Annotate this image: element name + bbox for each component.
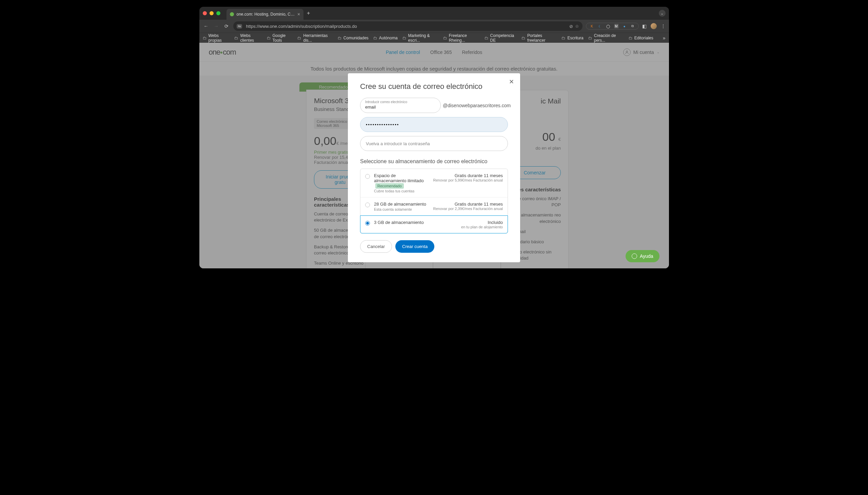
extension-icon[interactable]: M <box>614 24 619 29</box>
minimize-window-button[interactable] <box>210 11 214 15</box>
bookmark-folder[interactable]: 🗀Comunidades <box>338 36 369 40</box>
bookmark-folder[interactable]: 🗀Escritura <box>562 36 583 40</box>
option-subtitle: Esta cuenta solamente <box>374 207 429 211</box>
storage-option-unlimited[interactable]: Espacio de almacenamiento ilimitado Reco… <box>360 169 508 198</box>
browser-window: one.com: Hosting, Dominio, C… × + ⌄ ← → … <box>199 7 669 268</box>
radio-button[interactable] <box>365 174 370 179</box>
back-button[interactable]: ← <box>203 23 210 29</box>
site-info-icon[interactable]: ⇆ <box>237 24 242 29</box>
option-price: Gratis durante 11 meses <box>433 173 503 178</box>
password-confirm-input[interactable] <box>366 141 502 146</box>
option-price: Gratis durante 11 meses <box>433 202 503 207</box>
bookmark-folder[interactable]: 🗀Google Tools <box>267 33 293 43</box>
new-tab-button[interactable]: + <box>303 10 313 16</box>
recommended-pill: Recomendado <box>375 183 404 189</box>
chrome-menu-icon[interactable]: ⋮ <box>661 23 666 29</box>
option-price-sub: Renovar por 5,99€/mes Facturación anual <box>433 178 503 182</box>
radio-button[interactable] <box>365 221 370 226</box>
forward-button[interactable]: → <box>213 23 220 29</box>
extension-icon[interactable]: ☾ <box>598 24 603 29</box>
close-window-button[interactable] <box>203 11 207 15</box>
extension-icon[interactable]: K <box>590 24 595 29</box>
tab-bar: one.com: Hosting, Dominio, C… × + ⌄ <box>199 7 669 20</box>
traffic-lights <box>203 11 220 15</box>
bookmarks-overflow[interactable]: » <box>663 35 666 41</box>
bookmark-folder[interactable]: 🗀Webs propias <box>203 33 230 43</box>
extension-icon[interactable]: ● <box>622 24 627 29</box>
toolbar-icons: ◧ ⋮ <box>642 23 666 29</box>
password-confirm-wrapper[interactable] <box>360 136 508 151</box>
tab-dropdown-button[interactable]: ⌄ <box>659 10 666 17</box>
url-text: https://www.one.com/admin/subscription/m… <box>246 24 567 29</box>
help-label: Ayuda <box>640 253 653 259</box>
chat-icon <box>632 253 637 259</box>
cancel-button[interactable]: Cancelar <box>360 240 392 253</box>
close-tab-icon[interactable]: × <box>297 12 300 17</box>
bookmark-folder[interactable]: 🗀Marketing & escri... <box>403 33 438 43</box>
option-subtitle: Cubre todas tus cuentas <box>374 189 429 193</box>
extensions-group: K ☾ ◯ M ● ⧉ <box>586 23 639 30</box>
create-account-button[interactable]: Crear cuenta <box>395 240 434 253</box>
bookmark-folder[interactable]: 🗀Creación de pers... <box>588 33 624 43</box>
bookmark-folder[interactable]: 🗀Competencia DE <box>484 33 517 43</box>
close-modal-button[interactable]: ✕ <box>509 78 514 85</box>
email-label: Introducir correo electrónico <box>365 100 436 104</box>
extension-icon[interactable]: ⧉ <box>630 24 635 29</box>
storage-option-3gb[interactable]: 3 GB de almacenamiento Incluido en tu pl… <box>360 216 508 234</box>
email-input-wrapper[interactable]: Introducir correo electrónico <box>360 98 441 113</box>
modal-title: Cree su cuenta de correo electrónico <box>360 82 508 91</box>
key-icon[interactable]: ⊘ <box>569 24 573 29</box>
storage-options: Espacio de almacenamiento ilimitado Reco… <box>360 169 508 234</box>
bookmark-folder[interactable]: 🗀Editoriales <box>628 36 653 40</box>
url-bar: ← → ⟳ ⇆ https://www.one.com/admin/subscr… <box>199 20 669 33</box>
modal-actions: Cancelar Crear cuenta <box>360 240 508 253</box>
side-panel-icon[interactable]: ◧ <box>642 23 646 29</box>
reload-button[interactable]: ⟳ <box>223 23 230 29</box>
favicon <box>230 12 234 16</box>
bookmark-folder[interactable]: 🗀Portales freelancer <box>521 33 557 43</box>
password-input-wrapper[interactable] <box>360 117 508 132</box>
option-price-sub: Renovar por 2,39€/mes Facturación anual <box>433 207 503 211</box>
option-title: 28 GB de almacenamiento <box>374 202 429 207</box>
storage-option-28gb[interactable]: 28 GB de almacenamiento Esta cuenta sola… <box>360 198 508 216</box>
help-button[interactable]: Ayuda <box>625 250 659 262</box>
radio-button[interactable] <box>365 203 370 207</box>
browser-tab[interactable]: one.com: Hosting, Dominio, C… × <box>227 9 304 20</box>
page-content: onecom Panel de control Office 365 Refer… <box>199 43 669 268</box>
bookmark-folder[interactable]: 🗀Freelance Rheing... <box>443 33 480 43</box>
email-domain: @disenowebparaescritores.com <box>443 103 511 108</box>
option-title: 3 GB de almacenamiento <box>374 220 457 225</box>
option-price: Incluido <box>461 220 503 225</box>
option-price-sub: en tu plan de alojamiento <box>461 225 503 229</box>
bookmark-folder[interactable]: 🗀Webs clientes <box>234 33 262 43</box>
bookmark-folder[interactable]: 🗀Herramientas dis... <box>297 33 333 43</box>
email-input[interactable] <box>365 104 436 109</box>
storage-heading: Seleccione su almacenamiento de correo e… <box>360 158 508 165</box>
tab-title: one.com: Hosting, Dominio, C… <box>237 12 295 17</box>
star-icon[interactable]: ☆ <box>575 24 579 29</box>
modal-overlay[interactable]: ✕ Cree su cuenta de correo electrónico I… <box>199 43 669 268</box>
create-email-modal: ✕ Cree su cuenta de correo electrónico I… <box>348 73 520 262</box>
maximize-window-button[interactable] <box>216 11 220 15</box>
extension-icon[interactable]: ◯ <box>606 24 610 29</box>
bookmark-folder[interactable]: 🗀Autónoma <box>373 36 398 40</box>
bookmarks-bar: 🗀Webs propias 🗀Webs clientes 🗀Google Too… <box>199 33 669 43</box>
profile-avatar[interactable] <box>651 23 657 29</box>
option-title: Espacio de almacenamiento ilimitado Reco… <box>374 173 429 188</box>
password-input[interactable] <box>366 122 502 127</box>
url-field[interactable]: ⇆ https://www.one.com/admin/subscription… <box>233 21 583 31</box>
